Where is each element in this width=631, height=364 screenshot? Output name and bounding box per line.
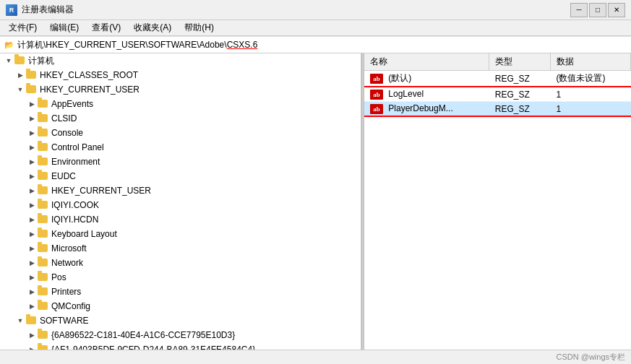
row3-name: ab PlayerDebugM...	[364, 102, 489, 117]
menu-edit[interactable]: 编辑(E)	[44, 21, 85, 35]
expander-hkcu[interactable]: ▼	[14, 84, 26, 95]
expander-software[interactable]: ▼	[14, 315, 26, 326]
folder-icon-clsid	[38, 114, 49, 124]
detail-panel: 名称 类型 数据 ab (默认) REG_SZ (数值未设置)	[364, 53, 631, 350]
tree-item-software[interactable]: ▼ SOFTWARE	[0, 313, 361, 328]
expander-console[interactable]: ▶	[26, 127, 38, 139]
expander-printers[interactable]: ▶	[26, 286, 38, 298]
tree-item-appevents[interactable]: ▶ AppEvents	[0, 97, 361, 111]
tree-label-iqiyi-cook: IQIYI.COOK	[51, 200, 99, 210]
row1-name: ab (默认)	[364, 71, 489, 87]
row1-type: REG_SZ	[489, 71, 551, 87]
tree-label-printers: Printers	[51, 287, 81, 297]
tree-label-qmconfig: QMConfig	[51, 301, 90, 311]
folder-icon-qmconfig	[38, 302, 49, 311]
expander-appevents[interactable]: ▶	[26, 98, 38, 110]
title-bar: R 注册表编辑器 ─ □ ✕	[0, 0, 631, 20]
tree-item-environment[interactable]: ▶ Environment	[0, 155, 361, 169]
expander-keyboard-layout[interactable]: ▶	[26, 228, 38, 240]
tree-item-keyboard-layout[interactable]: ▶ Keyboard Layout	[0, 227, 361, 241]
folder-icon-hkcu-nested	[38, 186, 49, 196]
expander-control-panel[interactable]: ▶	[26, 142, 38, 153]
folder-icon-microsoft	[38, 244, 49, 254]
tree-item-network[interactable]: ▶ Network	[0, 256, 361, 270]
tree-item-clsid[interactable]: ▶ CLSID	[0, 111, 361, 126]
tree-item-computer[interactable]: ▼ 计算机	[0, 53, 361, 68]
expander-environment[interactable]: ▶	[26, 156, 38, 168]
expander-hkcr[interactable]: ▶	[14, 69, 26, 81]
folder-icon-environment	[38, 157, 49, 167]
folder-icon-control-panel	[38, 143, 49, 152]
expander-network[interactable]: ▶	[26, 257, 38, 269]
row3-data: 1	[550, 102, 630, 117]
menu-help[interactable]: 帮助(H)	[179, 21, 220, 35]
expander-iqiyi-cook[interactable]: ▶	[26, 199, 38, 211]
tree-item-hkcu-nested[interactable]: ▶ HKEY_CURRENT_USER	[0, 183, 361, 198]
tree-item-guid2[interactable]: ▶ {AF1-9403B5DF-9CFD-D244-BA89-31E4FE458…	[0, 342, 361, 350]
table-row[interactable]: ab LogLevel REG_SZ 1	[364, 87, 631, 102]
expander-iqiyi-hcdn[interactable]: ▶	[26, 214, 38, 225]
menu-bar: 文件(F) 编辑(E) 查看(V) 收藏夹(A) 帮助(H)	[0, 20, 631, 36]
folder-icon-software	[26, 316, 38, 326]
expander-eudc[interactable]: ▶	[26, 170, 38, 182]
tree-panel[interactable]: ▼ 计算机 ▶ HKEY_CLASSES_ROOT ▼ HKEY_CURRENT…	[0, 53, 361, 350]
tree-label-appevents: AppEvents	[51, 99, 93, 109]
menu-favorites[interactable]: 收藏夹(A)	[128, 21, 177, 35]
expander-computer[interactable]: ▼	[3, 55, 14, 66]
folder-icon-keyboard-layout	[38, 230, 49, 239]
expander-clsid[interactable]: ▶	[26, 113, 38, 124]
col-data[interactable]: 数据	[550, 53, 630, 71]
tree-label-pos: Pos	[51, 272, 66, 282]
address-highlight: CSXS.6	[227, 40, 258, 50]
folder-icon-hkcr	[26, 71, 38, 80]
reg-icon-2: ab	[370, 90, 383, 100]
expander-guid2[interactable]: ▶	[26, 344, 38, 350]
expander-qmconfig[interactable]: ▶	[26, 300, 38, 312]
menu-file[interactable]: 文件(F)	[3, 21, 43, 35]
tree-label-iqiyi-hcdn: IQIYI.HCDN	[51, 214, 98, 225]
table-row[interactable]: ab PlayerDebugM... REG_SZ 1	[364, 102, 631, 117]
minimize-button[interactable]: ─	[570, 3, 588, 17]
tree-label-software: SOFTWARE	[40, 316, 89, 326]
folder-icon-appevents	[38, 100, 49, 109]
tree-item-eudc[interactable]: ▶ EUDC	[0, 169, 361, 183]
tree-item-printers[interactable]: ▶ Printers	[0, 285, 361, 299]
table-row[interactable]: ab (默认) REG_SZ (数值未设置)	[364, 71, 631, 87]
row2-type: REG_SZ	[489, 87, 551, 102]
folder-icon-eudc	[38, 172, 49, 181]
tree-label-computer: 计算机	[28, 55, 54, 67]
tree-label-guid2: {AF1-9403B5DF-9CFD-D244-BA89-31E4FE4584C…	[51, 344, 255, 350]
address-icon: 📂	[4, 40, 14, 50]
expander-guid1[interactable]: ▶	[26, 329, 38, 341]
expander-pos[interactable]: ▶	[26, 272, 38, 283]
tree-item-iqiyi-hcdn[interactable]: ▶ IQIYI.HCDN	[0, 212, 361, 227]
expander-hkcu-nested[interactable]: ▶	[26, 185, 38, 196]
tree-item-hkcu[interactable]: ▼ HKEY_CURRENT_USER	[0, 82, 361, 97]
tree-item-guid1[interactable]: ▶ {6A896522-C181-40E4-A1C6-CCE7795E10D3}	[0, 328, 361, 342]
col-name[interactable]: 名称	[364, 53, 489, 71]
tree-item-qmconfig[interactable]: ▶ QMConfig	[0, 299, 361, 313]
restore-button[interactable]: □	[589, 3, 606, 17]
folder-icon-pos	[38, 273, 49, 282]
tree-item-console[interactable]: ▶ Console	[0, 126, 361, 140]
tree-item-iqiyi-cook[interactable]: ▶ IQIYI.COOK	[0, 198, 361, 212]
tree-label-hkcr: HKEY_CLASSES_ROOT	[40, 70, 138, 80]
menu-view[interactable]: 查看(V)	[86, 21, 126, 35]
tree-item-microsoft[interactable]: ▶ Microsoft	[0, 241, 361, 256]
expander-microsoft[interactable]: ▶	[26, 243, 38, 254]
tree-item-control-panel[interactable]: ▶ Control Panel	[0, 140, 361, 155]
folder-icon-network	[38, 259, 49, 268]
folder-icon-computer	[14, 56, 26, 66]
tree-label-hkcu: HKEY_CURRENT_USER	[40, 84, 139, 95]
tree-item-pos[interactable]: ▶ Pos	[0, 270, 361, 285]
tree-item-hkcr[interactable]: ▶ HKEY_CLASSES_ROOT	[0, 68, 361, 82]
watermark: CSDN @wings专栏	[556, 352, 625, 363]
tree-label-hkcu-nested: HKEY_CURRENT_USER	[51, 186, 151, 196]
tree-label-console: Console	[51, 128, 83, 138]
folder-icon-printers	[38, 287, 49, 297]
registry-table: 名称 类型 数据 ab (默认) REG_SZ (数值未设置)	[364, 53, 631, 117]
close-button[interactable]: ✕	[608, 3, 625, 17]
col-type[interactable]: 类型	[489, 53, 551, 71]
reg-icon-3: ab	[370, 104, 383, 114]
address-text: 计算机\HKEY_CURRENT_USER\SOFTWARE\Adobe\CSX…	[17, 39, 627, 51]
